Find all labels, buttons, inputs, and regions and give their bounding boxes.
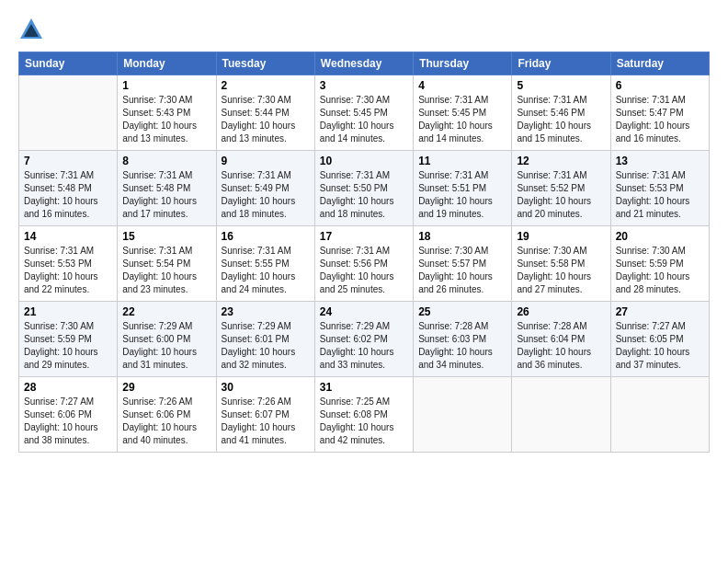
day-number: 2: [222, 79, 310, 92]
day-number: 17: [320, 230, 408, 243]
day-number: 8: [122, 155, 210, 167]
day-info: Sunrise: 7:30 AM Sunset: 5:44 PM Dayligh…: [222, 94, 310, 145]
col-header-sunday: Sunday: [19, 52, 118, 75]
day-info: Sunrise: 7:28 AM Sunset: 6:03 PM Dayligh…: [418, 320, 506, 372]
logo-icon: [18, 17, 44, 42]
cell-week2-day3: 9Sunrise: 7:31 AM Sunset: 5:49 PM Daylig…: [216, 151, 314, 226]
day-number: 6: [616, 79, 704, 92]
day-info: Sunrise: 7:26 AM Sunset: 6:06 PM Dayligh…: [122, 396, 210, 447]
day-info: Sunrise: 7:31 AM Sunset: 5:50 PM Dayligh…: [320, 169, 408, 221]
day-number: 15: [122, 230, 210, 243]
day-info: Sunrise: 7:31 AM Sunset: 5:45 PM Dayligh…: [418, 94, 506, 145]
day-info: Sunrise: 7:28 AM Sunset: 6:04 PM Dayligh…: [517, 320, 605, 372]
col-header-tuesday: Tuesday: [216, 52, 314, 75]
cell-week4-day3: 23Sunrise: 7:29 AM Sunset: 6:01 PM Dayli…: [216, 302, 314, 377]
day-info: Sunrise: 7:27 AM Sunset: 6:06 PM Dayligh…: [24, 396, 112, 447]
cell-week4-day6: 26Sunrise: 7:28 AM Sunset: 6:04 PM Dayli…: [512, 302, 610, 377]
col-header-monday: Monday: [118, 52, 216, 75]
day-info: Sunrise: 7:31 AM Sunset: 5:48 PM Dayligh…: [122, 169, 210, 221]
cell-week5-day3: 30Sunrise: 7:26 AM Sunset: 6:07 PM Dayli…: [216, 377, 314, 453]
cell-week1-day5: 4Sunrise: 7:31 AM Sunset: 5:45 PM Daylig…: [414, 75, 512, 151]
col-header-wednesday: Wednesday: [314, 52, 413, 75]
cell-week2-day4: 10Sunrise: 7:31 AM Sunset: 5:50 PM Dayli…: [314, 151, 413, 226]
day-number: 21: [24, 305, 112, 318]
day-info: Sunrise: 7:30 AM Sunset: 5:59 PM Dayligh…: [24, 320, 112, 372]
week-row-1: 1Sunrise: 7:30 AM Sunset: 5:43 PM Daylig…: [19, 75, 710, 151]
day-info: Sunrise: 7:31 AM Sunset: 5:52 PM Dayligh…: [517, 169, 605, 221]
cell-week2-day7: 13Sunrise: 7:31 AM Sunset: 5:53 PM Dayli…: [610, 151, 709, 226]
cell-week2-day2: 8Sunrise: 7:31 AM Sunset: 5:48 PM Daylig…: [118, 151, 216, 226]
day-number: 22: [122, 305, 210, 318]
day-info: Sunrise: 7:29 AM Sunset: 6:02 PM Dayligh…: [320, 320, 408, 372]
week-row-5: 28Sunrise: 7:27 AM Sunset: 6:06 PM Dayli…: [19, 377, 710, 453]
day-number: 23: [222, 305, 310, 318]
day-number: 16: [222, 230, 310, 243]
day-number: 20: [616, 230, 704, 243]
day-number: 31: [320, 381, 408, 394]
day-number: 14: [24, 230, 112, 243]
day-info: Sunrise: 7:31 AM Sunset: 5:53 PM Dayligh…: [616, 169, 704, 221]
day-info: Sunrise: 7:29 AM Sunset: 6:01 PM Dayligh…: [222, 320, 310, 372]
day-info: Sunrise: 7:31 AM Sunset: 5:54 PM Dayligh…: [122, 245, 210, 296]
day-info: Sunrise: 7:31 AM Sunset: 5:53 PM Dayligh…: [24, 245, 112, 296]
day-number: 10: [320, 155, 408, 167]
day-info: Sunrise: 7:31 AM Sunset: 5:55 PM Dayligh…: [222, 245, 310, 296]
day-info: Sunrise: 7:27 AM Sunset: 6:05 PM Dayligh…: [616, 320, 704, 372]
day-number: 25: [418, 305, 506, 318]
cell-week4-day5: 25Sunrise: 7:28 AM Sunset: 6:03 PM Dayli…: [414, 302, 512, 377]
cell-week3-day3: 16Sunrise: 7:31 AM Sunset: 5:55 PM Dayli…: [216, 226, 314, 302]
header-row: SundayMondayTuesdayWednesdayThursdayFrid…: [19, 52, 710, 75]
day-number: 7: [24, 155, 112, 167]
day-number: 9: [222, 155, 310, 167]
day-number: 27: [616, 305, 704, 318]
day-number: 12: [517, 155, 605, 167]
day-info: Sunrise: 7:31 AM Sunset: 5:48 PM Dayligh…: [24, 169, 112, 221]
col-header-friday: Friday: [512, 52, 610, 75]
page: SundayMondayTuesdayWednesdayThursdayFrid…: [0, 0, 728, 462]
day-info: Sunrise: 7:31 AM Sunset: 5:51 PM Dayligh…: [418, 169, 506, 221]
cell-week2-day5: 11Sunrise: 7:31 AM Sunset: 5:51 PM Dayli…: [414, 151, 512, 226]
day-info: Sunrise: 7:31 AM Sunset: 5:47 PM Dayligh…: [616, 94, 704, 145]
day-number: 3: [320, 79, 408, 92]
col-header-saturday: Saturday: [610, 52, 709, 75]
cell-week5-day4: 31Sunrise: 7:25 AM Sunset: 6:08 PM Dayli…: [314, 377, 413, 453]
day-number: 5: [517, 79, 605, 92]
day-number: 28: [24, 381, 112, 394]
cell-week5-day7: [610, 377, 709, 453]
day-info: Sunrise: 7:30 AM Sunset: 5:58 PM Dayligh…: [517, 245, 605, 296]
day-number: 18: [418, 230, 506, 243]
day-number: 19: [517, 230, 605, 243]
day-info: Sunrise: 7:30 AM Sunset: 5:43 PM Dayligh…: [122, 94, 210, 145]
cell-week2-day1: 7Sunrise: 7:31 AM Sunset: 5:48 PM Daylig…: [19, 151, 118, 226]
day-info: Sunrise: 7:29 AM Sunset: 6:00 PM Dayligh…: [122, 320, 210, 372]
day-number: 26: [517, 305, 605, 318]
day-info: Sunrise: 7:31 AM Sunset: 5:49 PM Dayligh…: [222, 169, 310, 221]
cell-week3-day1: 14Sunrise: 7:31 AM Sunset: 5:53 PM Dayli…: [19, 226, 118, 302]
week-row-3: 14Sunrise: 7:31 AM Sunset: 5:53 PM Dayli…: [19, 226, 710, 302]
cell-week4-day4: 24Sunrise: 7:29 AM Sunset: 6:02 PM Dayli…: [314, 302, 413, 377]
cell-week3-day5: 18Sunrise: 7:30 AM Sunset: 5:57 PM Dayli…: [414, 226, 512, 302]
day-info: Sunrise: 7:31 AM Sunset: 5:56 PM Dayligh…: [320, 245, 408, 296]
day-number: 11: [418, 155, 506, 167]
logo: [18, 17, 48, 42]
cell-week5-day1: 28Sunrise: 7:27 AM Sunset: 6:06 PM Dayli…: [19, 377, 118, 453]
day-info: Sunrise: 7:31 AM Sunset: 5:46 PM Dayligh…: [517, 94, 605, 145]
day-info: Sunrise: 7:30 AM Sunset: 5:45 PM Dayligh…: [320, 94, 408, 145]
col-header-thursday: Thursday: [414, 52, 512, 75]
day-number: 24: [320, 305, 408, 318]
day-number: 4: [418, 79, 506, 92]
cell-week5-day6: [512, 377, 610, 453]
week-row-2: 7Sunrise: 7:31 AM Sunset: 5:48 PM Daylig…: [19, 151, 710, 226]
cell-week1-day3: 2Sunrise: 7:30 AM Sunset: 5:44 PM Daylig…: [216, 75, 314, 151]
cell-week1-day4: 3Sunrise: 7:30 AM Sunset: 5:45 PM Daylig…: [314, 75, 413, 151]
week-row-4: 21Sunrise: 7:30 AM Sunset: 5:59 PM Dayli…: [19, 302, 710, 377]
cell-week3-day7: 20Sunrise: 7:30 AM Sunset: 5:59 PM Dayli…: [610, 226, 709, 302]
day-info: Sunrise: 7:30 AM Sunset: 5:59 PM Dayligh…: [616, 245, 704, 296]
calendar-table: SundayMondayTuesdayWednesdayThursdayFrid…: [18, 52, 710, 453]
day-number: 13: [616, 155, 704, 167]
cell-week4-day2: 22Sunrise: 7:29 AM Sunset: 6:00 PM Dayli…: [118, 302, 216, 377]
cell-week1-day6: 5Sunrise: 7:31 AM Sunset: 5:46 PM Daylig…: [512, 75, 610, 151]
cell-week1-day1: [19, 75, 118, 151]
day-number: 30: [222, 381, 310, 394]
day-number: 29: [122, 381, 210, 394]
